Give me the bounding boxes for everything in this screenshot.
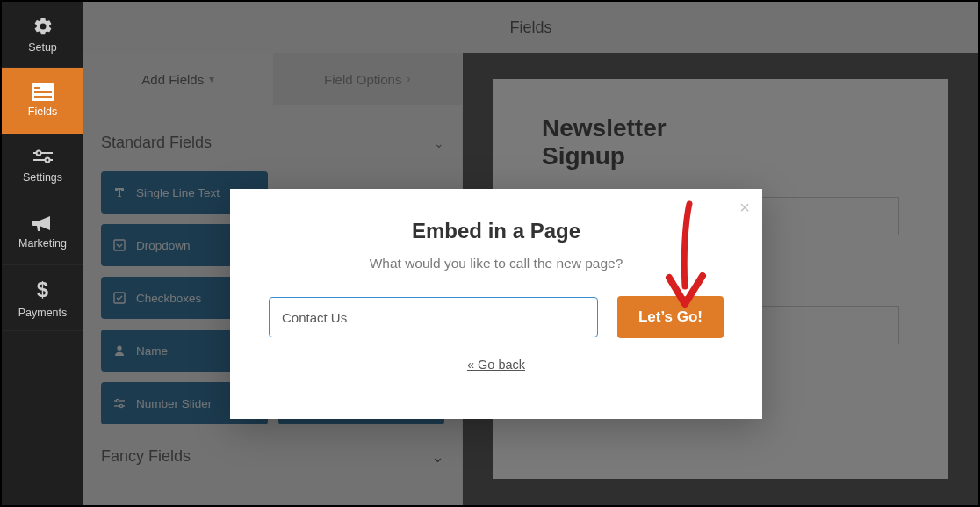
modal-title: Embed in a Page <box>253 219 739 243</box>
sidebar-item-settings[interactable]: Settings <box>2 134 83 199</box>
app-viewport: Setup Fields Settings Marketing $ Paymen… <box>0 0 980 507</box>
svg-rect-2 <box>34 91 52 93</box>
sidebar-item-payments[interactable]: $ Payments <box>2 265 83 331</box>
sidebar-item-fields[interactable]: Fields <box>2 68 83 134</box>
svg-point-5 <box>36 150 40 155</box>
sidebar-item-label: Payments <box>18 307 68 319</box>
close-icon[interactable]: × <box>739 198 750 218</box>
gear-icon <box>32 16 54 37</box>
sidebar-item-setup[interactable]: Setup <box>2 2 83 68</box>
svg-point-7 <box>45 157 49 162</box>
modal-subtitle: What would you like to call the new page… <box>253 256 739 272</box>
sidebar-item-label: Setup <box>28 41 57 54</box>
lets-go-button[interactable]: Let’s Go! <box>617 296 724 338</box>
go-back-link[interactable]: « Go back <box>253 358 739 372</box>
bullhorn-icon <box>32 215 54 233</box>
sidebar-item-label: Settings <box>23 171 62 184</box>
sidebar-item-label: Fields <box>28 105 57 118</box>
form-icon <box>32 83 54 101</box>
sidebar-item-marketing[interactable]: Marketing <box>2 199 83 265</box>
sidebar-item-label: Marketing <box>18 237 67 250</box>
dollar-icon: $ <box>37 278 48 302</box>
modal-input-row: Let’s Go! <box>253 296 739 338</box>
sidebar: Setup Fields Settings Marketing $ Paymen… <box>2 2 83 505</box>
sliders-icon <box>32 149 54 167</box>
page-name-input[interactable] <box>269 297 598 337</box>
embed-modal: × Embed in a Page What would you like to… <box>230 189 762 419</box>
svg-rect-1 <box>34 87 40 89</box>
svg-rect-3 <box>34 96 52 98</box>
